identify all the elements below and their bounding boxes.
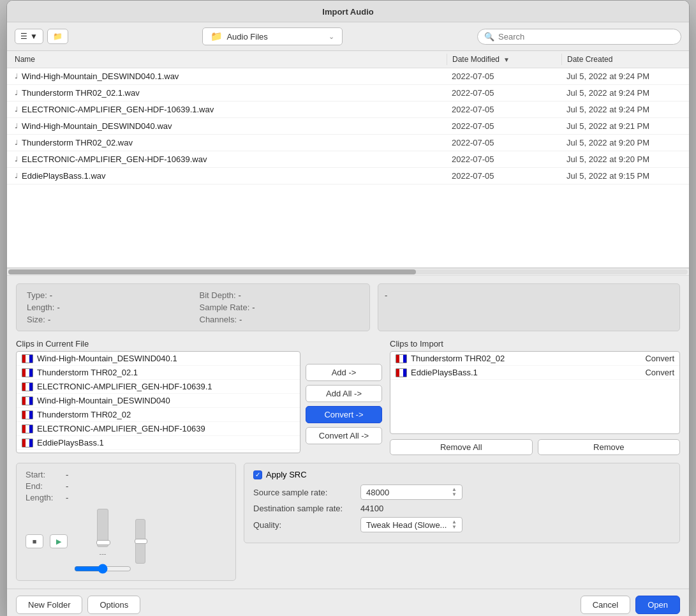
- search-input[interactable]: [498, 32, 674, 41]
- location-chevron: ⌄: [329, 33, 334, 41]
- list-item[interactable]: ELECTRONIC-AMPLIFIER_GEN-HDF-10639.1: [17, 380, 300, 394]
- open-button[interactable]: Open: [635, 596, 680, 614]
- import-buttons: Remove All Remove: [390, 439, 680, 455]
- new-folder-button[interactable]: New Folder: [16, 596, 82, 614]
- play-button[interactable]: ▶: [50, 534, 68, 548]
- location-label: Audio Files: [226, 32, 267, 41]
- quality-dropdown[interactable]: Tweak Head (Slowe... ▲▼: [360, 517, 463, 532]
- file-name: Thunderstorm THR02_02.wav: [22, 138, 133, 147]
- source-rate-dropdown[interactable]: 48000 ▲▼: [360, 485, 463, 500]
- file-cell-name: ♩ ELECTRONIC-AMPLIFIER_GEN-HDF-10639.wav: [7, 153, 447, 165]
- file-row[interactable]: ♩ Wind-High-Mountain_DESWIND040.1.wav 20…: [7, 68, 689, 85]
- col-date-created-header: Date Created: [561, 54, 689, 65]
- search-icon: 🔍: [484, 32, 494, 41]
- info-bit-depth: Bit Depth: -: [200, 290, 360, 300]
- file-row[interactable]: ♩ EddiePlaysBass.1.wav 2022-07-05 Jul 5,…: [7, 168, 689, 184]
- options-button[interactable]: Options: [87, 596, 140, 614]
- cancel-button[interactable]: Cancel: [581, 596, 630, 614]
- apply-src-checkbox[interactable]: ✓: [253, 470, 262, 479]
- add-all-button[interactable]: Add All ->: [306, 385, 382, 402]
- audio-file-icon: ♩: [15, 122, 18, 130]
- footer-left: New Folder Options: [16, 596, 140, 614]
- file-cell-date-modified: 2022-07-05: [447, 103, 561, 116]
- list-item[interactable]: EddiePlaysBass.1 Convert: [390, 366, 679, 380]
- stop-icon: ■: [33, 537, 37, 545]
- remove-all-button[interactable]: Remove All: [390, 439, 533, 455]
- file-rows-container: ♩ Wind-High-Mountain_DESWIND040.1.wav 20…: [7, 68, 689, 184]
- clips-current-section: Clips in Current File Wind-High-Mountain…: [16, 339, 382, 455]
- file-empty-area: [7, 184, 689, 267]
- file-cell-name: ♩ Thunderstorm THR02_02.wav: [7, 137, 447, 149]
- remove-button[interactable]: Remove: [538, 439, 681, 455]
- folder-up-button[interactable]: 📁: [47, 29, 68, 44]
- file-cell-date-modified: 2022-07-05: [447, 120, 561, 132]
- info-row: Type: - Bit Depth: - Length: - Sample Ra…: [16, 283, 680, 331]
- pitch-slider[interactable]: [135, 519, 145, 564]
- list-item[interactable]: Thunderstorm THR02_02 Convert: [390, 352, 679, 366]
- pitch-thumb: [135, 539, 147, 544]
- scrollbar-track: [8, 269, 688, 274]
- toolbar-right: 🔍: [477, 29, 681, 45]
- list-item[interactable]: EddiePlaysBass.1: [17, 436, 300, 450]
- dialog-title: Import Audio: [322, 7, 373, 17]
- clip-import-action: Convert: [645, 368, 674, 377]
- audio-file-icon: ♩: [15, 89, 18, 97]
- view-options-button[interactable]: ☰ ▼: [15, 29, 43, 44]
- location-picker[interactable]: 📁 Audio Files ⌄: [202, 27, 343, 45]
- clip-icon: [22, 382, 33, 391]
- list-item[interactable]: Thunderstorm THR02_02: [17, 408, 300, 422]
- file-row[interactable]: ♩ Wind-High-Mountain_DESWIND040.wav 2022…: [7, 118, 689, 135]
- clip-icon: [22, 396, 33, 405]
- folder-up-icon: 📁: [53, 32, 63, 41]
- audio-file-icon: ♩: [15, 105, 18, 114]
- sort-arrow-icon: ▼: [503, 56, 510, 63]
- play-icon: ▶: [56, 537, 61, 546]
- transport-src-row: Start: - End: - Length: - ■ ▶: [16, 463, 680, 581]
- audio-file-icon: ♩: [15, 155, 18, 163]
- stop-button[interactable]: ■: [26, 534, 43, 548]
- volume-slider[interactable]: [97, 509, 108, 547]
- file-row[interactable]: ♩ Thunderstorm THR02_02.1.wav 2022-07-05…: [7, 85, 689, 101]
- col-date-modified-header[interactable]: Date Modified ▼: [447, 54, 561, 65]
- info-length: Length: -: [27, 303, 187, 312]
- clips-row: Clips in Current File Wind-High-Mountain…: [16, 339, 680, 455]
- volume-area: ---: [74, 509, 131, 574]
- convert-button[interactable]: Convert ->: [306, 406, 382, 423]
- clips-import-label: Clips to Import: [390, 339, 680, 349]
- add-button[interactable]: Add ->: [306, 364, 382, 381]
- clip-import-name: EddiePlaysBass.1: [411, 368, 641, 377]
- convert-all-button[interactable]: Convert All ->: [306, 427, 382, 444]
- file-name: Wind-High-Mountain_DESWIND040.1.wav: [22, 71, 179, 81]
- clip-icon: [396, 368, 407, 377]
- file-cell-name: ♩ Wind-High-Mountain_DESWIND040.1.wav: [7, 70, 447, 82]
- footer-right: Cancel Open: [581, 596, 680, 614]
- file-cell-date-created: Jul 5, 2022 at 9:24 PM: [561, 103, 689, 116]
- list-item[interactable]: Thunderstorm THR02_02.1: [17, 366, 300, 380]
- quality-dropdown-arrow-icon: ▲▼: [452, 520, 457, 530]
- file-cell-date-created: Jul 5, 2022 at 9:24 PM: [561, 87, 689, 99]
- scrub-slider[interactable]: [74, 564, 131, 574]
- clips-current-list: Wind-High-Mountain_DESWIND040.1 Thunders…: [16, 351, 300, 453]
- list-item[interactable]: Wind-High-Mountain_DESWIND040.1: [17, 352, 300, 366]
- horizontal-scrollbar[interactable]: [7, 268, 689, 276]
- toolbar-center: 📁 Audio Files ⌄: [73, 27, 472, 45]
- import-audio-dialog: Import Audio ☰ ▼ 📁 📁 Audio Files ⌄ 🔍: [6, 0, 690, 616]
- clip-icon: [22, 354, 33, 363]
- scrollbar-thumb[interactable]: [8, 269, 416, 274]
- file-row[interactable]: ♩ ELECTRONIC-AMPLIFIER_GEN-HDF-10639.wav…: [7, 151, 689, 168]
- audio-file-icon: ♩: [15, 72, 18, 80]
- clip-icon: [22, 439, 33, 447]
- file-cell-name: ♩ EddiePlaysBass.1.wav: [7, 170, 447, 182]
- file-cell-date-modified: 2022-07-05: [447, 87, 561, 99]
- info-right-panel: -: [378, 283, 680, 331]
- info-size: Size: -: [27, 315, 187, 324]
- list-item[interactable]: ELECTRONIC-AMPLIFIER_GEN-HDF-10639: [17, 422, 300, 436]
- file-cell-date-modified: 2022-07-05: [447, 137, 561, 149]
- info-sample-rate: Sample Rate: -: [200, 303, 360, 312]
- list-item[interactable]: Wind-High-Mountain_DESWIND040: [17, 394, 300, 408]
- file-row[interactable]: ♩ Thunderstorm THR02_02.wav 2022-07-05 J…: [7, 135, 689, 151]
- src-panel: ✓ Apply SRC Source sample rate: 48000 ▲▼…: [244, 463, 680, 543]
- file-row[interactable]: ♩ ELECTRONIC-AMPLIFIER_GEN-HDF-10639.1.w…: [7, 101, 689, 118]
- search-box[interactable]: 🔍: [477, 29, 681, 45]
- file-cell-date-modified: 2022-07-05: [447, 170, 561, 182]
